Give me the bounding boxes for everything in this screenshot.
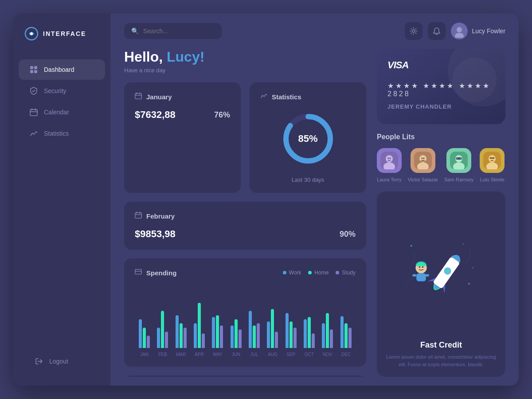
january-percent: 76%	[214, 110, 230, 120]
search-input[interactable]	[143, 27, 215, 35]
chart-bars	[157, 311, 168, 348]
svg-point-51	[462, 243, 464, 245]
bar-work	[176, 315, 179, 348]
legend-label-home: Home	[314, 270, 329, 276]
legend-work: Work	[283, 270, 301, 276]
chart-month-label: APR	[195, 352, 204, 357]
february-title: February	[146, 212, 175, 220]
statistics-label: Last 30 days	[292, 176, 325, 183]
nav-label-statistics: Statistics	[44, 130, 69, 137]
svg-point-18	[388, 158, 389, 159]
bar-study	[330, 329, 333, 348]
sidebar-item-statistics[interactable]: Statistics	[19, 123, 105, 144]
january-amount: $7632,88	[135, 109, 176, 121]
bar-work	[194, 323, 197, 348]
calendar-icon-feb	[135, 211, 142, 220]
header-icons: Lucy Fowler	[405, 22, 505, 40]
app-container: INTERFACE Dashboard	[13, 13, 519, 386]
nav-label-dashboard: Dashboard	[44, 66, 74, 73]
person-victor[interactable]: Victor Salazar	[408, 148, 438, 183]
fast-credit-illustration	[386, 200, 497, 335]
sidebar-item-security[interactable]: Security	[19, 81, 105, 101]
svg-rect-25	[420, 160, 426, 162]
search-bar[interactable]: 🔍	[124, 23, 222, 39]
svg-point-8	[457, 27, 462, 32]
fast-credit-title: Fast Credit	[420, 340, 462, 350]
bar-study	[275, 332, 278, 348]
person-name-sam: Sam Ramsey	[444, 176, 473, 183]
sidebar-item-dashboard[interactable]: Dashboard	[19, 59, 105, 80]
greeting-title: Hello, Lucy!	[124, 49, 366, 65]
chart-month-label: MAY	[213, 352, 223, 357]
person-name-victor: Victor Salazar	[408, 176, 438, 183]
svg-point-49	[411, 245, 412, 247]
bar-work	[267, 321, 270, 348]
february-percent: 90%	[340, 230, 356, 239]
visa-card[interactable]: VISA ★★★★ ★★★★ ★★★★ 2828 JEREMY CHANDLER	[377, 49, 505, 124]
chart-bars	[249, 311, 260, 348]
people-list: Laura Terry	[377, 148, 505, 183]
spending-title-row: Spending	[135, 268, 176, 277]
bar-home	[308, 317, 311, 348]
sidebar-item-calendar[interactable]: Calendar	[19, 102, 105, 122]
people-title: People Lits	[377, 133, 505, 141]
person-avatar-lulu	[480, 148, 505, 173]
bar-study	[165, 332, 168, 348]
bar-study	[184, 328, 187, 348]
chart-month-label: SEP	[286, 352, 295, 357]
spending-icon	[135, 268, 142, 277]
shield-icon	[30, 87, 38, 95]
search-icon: 🔍	[131, 27, 139, 35]
chart-month-nov: NOV	[320, 313, 335, 357]
chart-bars	[340, 316, 352, 348]
nav-label-calendar: Calendar	[44, 109, 69, 116]
right-panel: VISA ★★★★ ★★★★ ★★★★ 2828 JEREMY CHANDLER…	[377, 49, 505, 377]
dashboard-icon	[30, 66, 38, 74]
svg-rect-3	[34, 66, 37, 69]
chart-month-label: DEC	[341, 352, 351, 357]
left-panel: Hello, Lucy! Have a nice day	[124, 49, 366, 377]
person-name-laura: Laura Terry	[377, 176, 401, 183]
legend-dot-work	[283, 271, 286, 274]
bar-work	[304, 319, 307, 348]
chart-month-mar: MAR	[173, 315, 189, 357]
upgrade-card: ⚙️ Upgrade Pro Account $99.00 for an add…	[124, 376, 366, 377]
bar-home	[271, 309, 274, 348]
february-card[interactable]: February $9853,98 90%	[124, 202, 366, 250]
bar-study	[239, 329, 242, 348]
settings-button[interactable]	[405, 22, 422, 40]
svg-point-23	[422, 158, 423, 159]
user-info[interactable]: Lucy Fowler	[451, 23, 505, 39]
statistics-card[interactable]: Statistics 85% Last 30 days	[250, 82, 366, 193]
svg-rect-46	[416, 274, 426, 282]
bar-study	[348, 328, 352, 348]
bar-study	[147, 336, 150, 348]
legend-dot-home	[308, 271, 312, 274]
january-card-header: January	[135, 92, 230, 101]
person-sam[interactable]: Sam Ramsey	[444, 148, 473, 183]
greeting: Hello, Lucy! Have a nice day	[124, 49, 366, 74]
january-card[interactable]: January $7632,88 76%	[124, 82, 241, 193]
logo-icon	[24, 27, 39, 41]
sidebar-logo: INTERFACE	[13, 27, 110, 54]
fast-credit-card[interactable]: Fast Credit Lorem ipsum dolor sit amet, …	[377, 192, 505, 377]
chart-bars	[139, 319, 150, 348]
logo-text: INTERFACE	[43, 30, 86, 37]
bar-home	[289, 321, 293, 348]
svg-point-16	[386, 155, 393, 162]
logout-button[interactable]: Logout	[24, 351, 100, 372]
svg-rect-10	[135, 94, 141, 99]
february-amount: $9853,98	[135, 228, 176, 240]
month-cards-row: January $7632,88 76%	[124, 82, 366, 193]
svg-rect-14	[135, 270, 141, 274]
person-laura[interactable]: Laura Terry	[377, 148, 402, 183]
notification-button[interactable]	[428, 22, 446, 40]
chart-month-label: FEB	[158, 352, 167, 357]
chart-month-label: AUG	[268, 352, 278, 357]
people-section: People Lits	[377, 133, 505, 183]
january-title: January	[146, 93, 172, 101]
bar-work	[286, 313, 289, 348]
chart-month-aug: AUG	[265, 309, 280, 357]
person-lulu[interactable]: Lulu Steele	[480, 148, 505, 183]
bar-study	[257, 323, 260, 348]
